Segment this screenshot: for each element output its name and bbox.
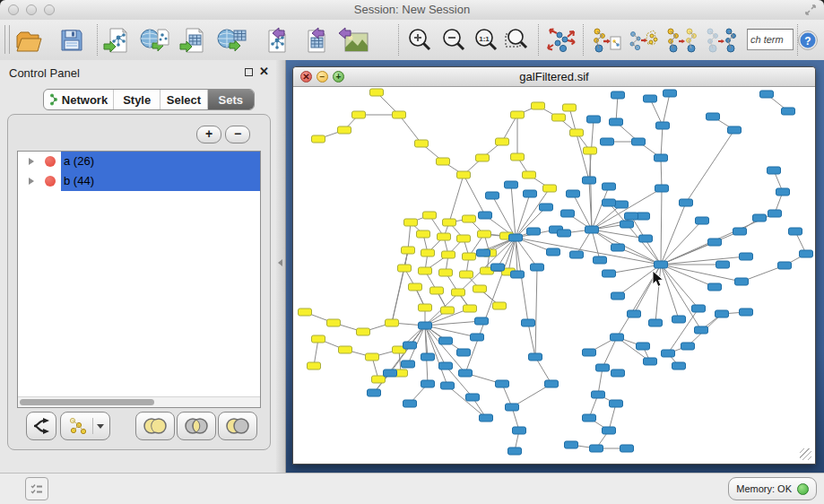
- network-node[interactable]: [511, 111, 525, 118]
- network-node[interactable]: [402, 361, 415, 368]
- network-node[interactable]: [610, 400, 623, 407]
- network-node[interactable]: [655, 185, 669, 192]
- network-node[interactable]: [662, 350, 675, 357]
- network-node[interactable]: [477, 249, 490, 256]
- network-node[interactable]: [419, 322, 432, 329]
- network-node[interactable]: [421, 380, 435, 387]
- network-node[interactable]: [417, 230, 430, 238]
- help-button[interactable]: ?: [794, 24, 822, 56]
- network-node[interactable]: [570, 251, 584, 258]
- network-node[interactable]: [567, 190, 580, 197]
- network-node[interactable]: [778, 262, 792, 269]
- network-node[interactable]: [409, 283, 422, 291]
- network-node[interactable]: [463, 215, 476, 222]
- network-node[interactable]: [565, 441, 578, 448]
- network-node[interactable]: [299, 308, 312, 316]
- network-node[interactable]: [603, 183, 616, 190]
- collapse-arrow-icon[interactable]: [278, 259, 282, 266]
- network-node[interactable]: [527, 228, 541, 235]
- network-node[interactable]: [366, 353, 379, 361]
- network-node[interactable]: [570, 129, 584, 136]
- network-node[interactable]: [509, 234, 523, 241]
- network-node[interactable]: [508, 448, 522, 455]
- import-table-web-button[interactable]: [216, 24, 248, 56]
- network-node[interactable]: [438, 233, 451, 240]
- horizontal-scrollbar[interactable]: [18, 396, 260, 407]
- network-window[interactable]: ✕ − + galFiltered.sif: [292, 66, 816, 465]
- network-window-titlebar[interactable]: ✕ − + galFiltered.sif: [293, 67, 815, 87]
- network-node[interactable]: [776, 188, 790, 196]
- network-node[interactable]: [585, 226, 599, 233]
- network-node[interactable]: [439, 362, 453, 369]
- network-node[interactable]: [491, 264, 505, 271]
- network-node[interactable]: [561, 210, 575, 217]
- network-node[interactable]: [464, 305, 477, 312]
- expand-arrow-icon[interactable]: [29, 158, 34, 165]
- network-node[interactable]: [441, 307, 455, 314]
- network-node[interactable]: [511, 271, 525, 278]
- difference-sets-button[interactable]: [218, 412, 257, 440]
- network-node[interactable]: [782, 108, 795, 115]
- network-node[interactable]: [471, 334, 484, 341]
- export-network-button[interactable]: [258, 24, 291, 56]
- import-table-file-button[interactable]: [178, 24, 210, 56]
- network-node[interactable]: [452, 289, 465, 296]
- network-node[interactable]: [656, 122, 670, 129]
- fullscreen-icon[interactable]: [804, 4, 817, 16]
- network-node[interactable]: [611, 292, 625, 300]
- network-node[interactable]: [505, 181, 518, 188]
- network-node[interactable]: [430, 287, 444, 294]
- float-panel-icon[interactable]: [245, 68, 253, 76]
- network-node[interactable]: [386, 319, 399, 326]
- network-node[interactable]: [496, 138, 509, 145]
- network-node[interactable]: [543, 185, 557, 192]
- network-node[interactable]: [357, 328, 370, 335]
- network-node[interactable]: [493, 302, 507, 309]
- network-node[interactable]: [735, 278, 749, 285]
- network-node[interactable]: [393, 111, 406, 118]
- network-node[interactable]: [708, 283, 722, 291]
- network-node[interactable]: [611, 334, 624, 341]
- network-node[interactable]: [540, 204, 553, 211]
- network-node[interactable]: [545, 380, 559, 387]
- network-node[interactable]: [740, 253, 753, 260]
- select-first-neighbors-button[interactable]: [665, 24, 698, 56]
- tab-network[interactable]: Network: [44, 90, 114, 109]
- scrollbar-thumb[interactable]: [20, 399, 154, 405]
- network-node[interactable]: [547, 248, 560, 256]
- network-node[interactable]: [475, 317, 489, 325]
- network-node[interactable]: [594, 256, 607, 264]
- network-node[interactable]: [590, 445, 603, 452]
- network-node[interactable]: [696, 217, 709, 224]
- network-node[interactable]: [603, 199, 616, 206]
- network-node[interactable]: [457, 235, 471, 242]
- network-node[interactable]: [680, 199, 693, 206]
- remove-set-button[interactable]: −: [225, 126, 250, 143]
- export-table-button[interactable]: [298, 24, 330, 56]
- zoom-in-button[interactable]: [403, 24, 436, 56]
- search-input[interactable]: [747, 29, 794, 50]
- network-node[interactable]: [439, 337, 453, 344]
- network-node[interactable]: [789, 228, 802, 235]
- network-node[interactable]: [728, 126, 742, 134]
- network-node[interactable]: [615, 201, 629, 208]
- tab-sets[interactable]: Sets: [208, 90, 254, 109]
- network-node[interactable]: [649, 319, 663, 326]
- network-node[interactable]: [639, 235, 653, 242]
- list-item-set-a[interactable]: a (26): [18, 152, 260, 171]
- network-node[interactable]: [760, 91, 774, 98]
- network-node[interactable]: [601, 138, 614, 145]
- network-node[interactable]: [716, 310, 729, 317]
- create-set-dropdown-button[interactable]: [60, 412, 110, 440]
- network-node[interactable]: [496, 380, 509, 387]
- network-from-selection-button[interactable]: [590, 24, 622, 56]
- task-history-button[interactable]: [25, 477, 48, 500]
- network-node[interactable]: [707, 113, 720, 120]
- zoom-one-to-one-button[interactable]: 1:1: [470, 24, 502, 56]
- network-node[interactable]: [531, 264, 544, 271]
- open-session-button[interactable]: [13, 24, 45, 56]
- network-node[interactable]: [628, 310, 641, 317]
- network-node[interactable]: [620, 221, 634, 228]
- network-node[interactable]: [692, 305, 706, 312]
- network-node[interactable]: [583, 414, 596, 421]
